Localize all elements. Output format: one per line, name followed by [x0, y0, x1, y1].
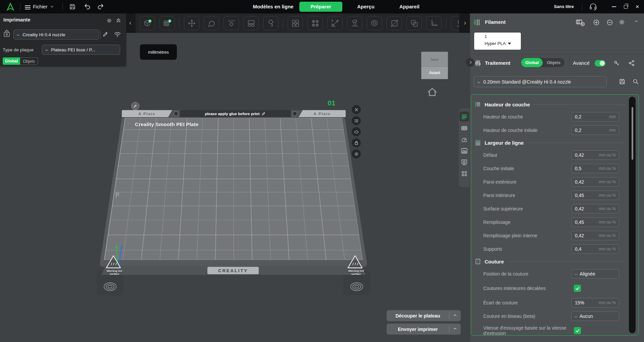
setting-input[interactable]: 0,45mm ou %	[571, 217, 619, 227]
home-view-button[interactable]	[427, 87, 438, 97]
move-button[interactable]	[184, 16, 199, 30]
add-plate-button[interactable]	[159, 16, 175, 30]
rotate-button[interactable]	[204, 16, 219, 30]
print-options-button[interactable]	[449, 328, 461, 330]
setting-input[interactable]: 0,45mm ou %	[571, 191, 619, 200]
setting-select[interactable]: Alignée	[571, 269, 619, 279]
restore-button[interactable]	[620, 0, 631, 13]
plate-lock-button[interactable]	[352, 138, 361, 147]
slice-plate-button[interactable]: Découper le plateau	[387, 310, 461, 321]
save-icon[interactable]	[69, 3, 76, 10]
plate-close-button[interactable]	[352, 105, 361, 114]
right-panel-collapse-button[interactable]	[466, 58, 475, 67]
category-support-button[interactable]	[459, 146, 469, 156]
seam-button[interactable]	[367, 16, 382, 30]
redo-icon[interactable]	[97, 3, 105, 10]
slice-options-button[interactable]	[449, 315, 461, 317]
calibration-key-icon[interactable]	[613, 60, 620, 66]
edit-printer-pencil-icon[interactable]	[102, 31, 109, 37]
search-settings-icon[interactable]	[632, 78, 639, 85]
chevron-down-icon[interactable]	[51, 5, 53, 7]
setting-input[interactable]: 0,2mm	[571, 112, 619, 121]
filament-slot-card[interactable]: 1 Hyper PLA	[474, 33, 521, 50]
cut-button[interactable]	[387, 16, 402, 30]
support-button[interactable]	[347, 16, 362, 30]
collapse-panel-icon[interactable]	[115, 17, 121, 23]
category-speed-button[interactable]	[459, 134, 469, 144]
scope-global-tab[interactable]: Global	[3, 57, 20, 65]
setting-row: Défaut0,42mm ou %	[475, 148, 627, 162]
close-button[interactable]: ×	[632, 0, 643, 13]
send-print-button[interactable]: Envoyer imprimer	[387, 324, 461, 335]
setting-input[interactable]: 15%mm ou %	[571, 298, 619, 307]
plate-top-rail: A Plate please apply glue before print A…	[122, 110, 346, 117]
save-preset-icon[interactable]	[619, 78, 626, 85]
support-headset-icon[interactable]	[589, 3, 597, 10]
tab-prepare[interactable]: Préparer	[299, 2, 342, 12]
edit-plate-button[interactable]	[131, 102, 139, 110]
remove-filament-icon[interactable]	[606, 19, 613, 26]
tab-device[interactable]: Appareil	[391, 0, 428, 13]
minimize-button[interactable]	[608, 0, 620, 13]
setting-input[interactable]: 0,42mm ou %	[571, 204, 619, 213]
category-plate-button[interactable]	[459, 123, 469, 133]
plate-name: Creality Smooth PEI Plate	[135, 121, 199, 128]
view-cube-top-face[interactable]: haut	[422, 52, 448, 66]
object-settings-button[interactable]	[307, 16, 323, 30]
setting-input[interactable]: 0,42mm ou %	[571, 231, 619, 240]
view-cube-front-face[interactable]: Avant	[422, 66, 448, 79]
boolean-button[interactable]	[406, 16, 422, 30]
printer-select[interactable]: Creality Hi 0.4 nozzle	[13, 30, 99, 40]
hamburger-menu-icon[interactable]	[25, 4, 31, 10]
measure-button[interactable]	[426, 16, 442, 30]
add-filament-icon[interactable]	[593, 19, 600, 26]
add-model-button[interactable]	[140, 16, 155, 30]
file-menu[interactable]: Fichier	[33, 4, 48, 9]
process-scope-global-tab[interactable]: Global	[521, 58, 543, 67]
preset-select[interactable]: 0.20mm Standard @Creality Hi 0.4 nozzle	[474, 76, 607, 87]
setting-input[interactable]: 0,42mm ou %	[571, 150, 619, 160]
plate-tab-right[interactable]: A Plate	[299, 110, 346, 117]
boolean-icon	[410, 19, 419, 28]
setting-checkbox[interactable]	[574, 285, 581, 292]
arrange-button[interactable]	[288, 16, 303, 30]
settings-scrollbar-thumb[interactable]	[632, 107, 633, 160]
setting-select[interactable]: Aucun	[571, 311, 619, 321]
share-parameters-icon[interactable]	[628, 60, 635, 66]
process-scope-objects-tab[interactable]: Objets	[543, 58, 564, 67]
category-quality-button[interactable]	[459, 111, 469, 121]
category-others-button[interactable]	[459, 168, 469, 179]
auto-orient-button[interactable]: AUTO	[224, 16, 239, 30]
plate-settings-button[interactable]	[352, 149, 361, 158]
auto-resize-button[interactable]	[327, 16, 343, 30]
setting-checkbox[interactable]	[574, 327, 581, 334]
tab-preview[interactable]: Aperçu	[349, 0, 383, 13]
printer-panel: Imprimante Creality Hi 0.4 nozzle Type d…	[0, 13, 126, 66]
setting-input[interactable]: 0,4mm ou %	[571, 244, 619, 254]
filament-device-icon[interactable]	[576, 18, 585, 27]
setting-input[interactable]: 0,2mm	[571, 126, 619, 135]
tab-online-models[interactable]: Modèles en ligne	[248, 0, 298, 13]
printer-settings-gear-icon[interactable]	[106, 17, 112, 24]
build-plate-grid	[104, 118, 363, 260]
undo-icon[interactable]	[83, 3, 91, 10]
lay-flat-button[interactable]	[263, 16, 279, 30]
plate-list-button[interactable]	[352, 116, 361, 125]
collapse-filament-icon[interactable]	[635, 20, 638, 23]
toolbar-collapse-right-button[interactable]	[459, 13, 470, 33]
filament-settings-gear-icon[interactable]	[618, 19, 625, 26]
plate-auto-button[interactable]	[352, 127, 361, 136]
category-machine-button[interactable]	[459, 157, 469, 167]
scale-button[interactable]	[243, 16, 259, 30]
setting-input[interactable]: 0,5mm ou %	[571, 164, 619, 173]
build-plate[interactable]	[99, 59, 367, 267]
plate-tab-left[interactable]: A Plate	[122, 110, 172, 117]
wifi-icon[interactable]	[114, 31, 121, 38]
setting-input[interactable]: 0,42mm ou %	[571, 177, 619, 187]
view-cube[interactable]: haut Avant	[422, 52, 448, 79]
toolbar-collapse-left-button[interactable]	[126, 13, 136, 33]
advanced-toggle[interactable]	[595, 60, 605, 66]
scope-objects-tab[interactable]: Objets	[20, 57, 38, 65]
creality-logo-icon[interactable]	[5, 2, 15, 12]
plate-type-select[interactable]: Plateau PEI lisse / P...	[42, 45, 120, 55]
